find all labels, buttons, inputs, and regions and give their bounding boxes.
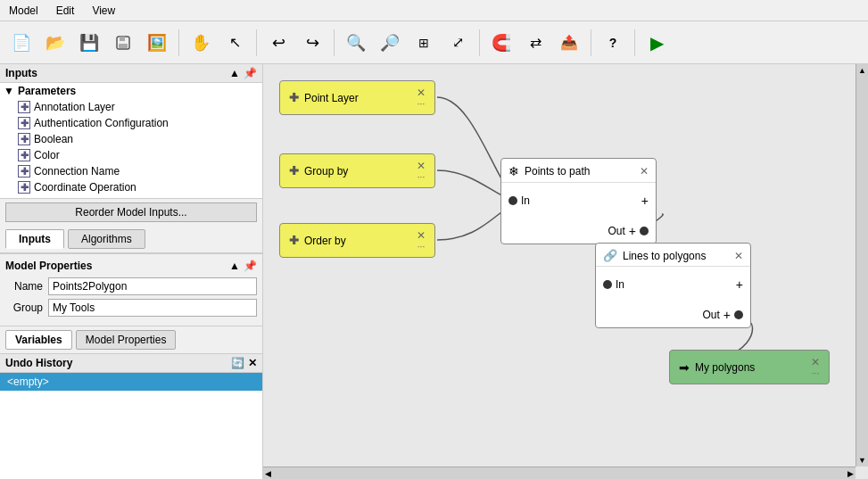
tree-parameters[interactable]: ▼ Parameters [0,83,262,99]
zoom-actual-button[interactable]: ⊞ [408,27,440,59]
node-point-layer-icon: ✚ [289,91,299,104]
name-input[interactable] [48,277,257,295]
zoom-fit-button[interactable]: ⤢ [442,27,474,59]
tree-item-connection[interactable]: ✚ Connection Name [0,163,262,179]
node-point-layer[interactable]: ✚ Point Layer ✕ ··· [279,80,435,115]
lines-to-polygons-in-port[interactable] [603,280,612,289]
pan-button[interactable]: ✋ [185,27,217,59]
tree-item-boolean[interactable]: ✚ Boolean [0,131,262,147]
points-to-path-in-row: In + [501,188,656,213]
export-image-button[interactable]: 🖼️ [141,27,173,59]
undo-title: Undo History [5,357,72,369]
zoom-out-button[interactable]: 🔎 [374,27,406,59]
node-point-layer-right: ✕ ··· [417,87,426,109]
lines-to-polygons-out-port[interactable] [734,310,743,319]
node-order-by-label: Order by [304,235,346,247]
lines-to-polygons-out-port-plus[interactable]: + [723,308,731,322]
canvas-area[interactable]: ✚ Point Layer ✕ ··· ✚ Group by ✕ ··· ✚ O [263,64,868,479]
plus-icon-3: ✚ [18,133,30,145]
new-button[interactable]: 📄 [5,27,37,59]
node-group-by-dots[interactable]: ··· [417,172,425,182]
canvas-hscroll[interactable]: ◀ ▶ [263,467,856,479]
redo-button[interactable]: ↪ [296,27,328,59]
undo-refresh-icon[interactable]: 🔄 [231,357,244,369]
tree-item-label: Connection Name [34,165,120,178]
node-group-by-close[interactable]: ✕ [417,160,426,172]
node-point-layer-close[interactable]: ✕ [417,87,426,99]
group-row: Group [5,299,257,317]
tree-item-label: Coordinate Operation [34,181,136,194]
run-button[interactable]: ▶ [641,27,673,59]
inputs-pin-icon[interactable]: 📌 [244,67,257,79]
inputs-collapse-icon[interactable]: ▲ [229,67,240,79]
vscroll-down-arrow[interactable]: ▼ [856,454,868,467]
export2-button[interactable]: 📤 [553,27,585,59]
tree-item-label: Boolean [34,133,73,145]
tree-item-color[interactable]: ✚ Color [0,147,262,163]
node-my-polygons-close[interactable]: ✕ [811,356,820,368]
node-lines-to-polygons[interactable]: 🔗 Lines to polygons ✕ In + Out + [595,243,751,328]
toggle-button[interactable]: ⇄ [519,27,551,59]
save-button[interactable]: 💾 [73,27,105,59]
undo-close-icon[interactable]: ✕ [248,357,257,369]
points-to-path-in-port[interactable] [508,196,517,205]
node-my-polygons[interactable]: ➡ My polygons ✕ ··· [669,350,830,384]
node-order-by-close[interactable]: ✕ [417,229,426,242]
node-group-by-header: ✚ Group by [289,164,411,178]
model-props-collapse-icon[interactable]: ▲ [229,260,240,272]
points-to-path-label: Points to path [525,165,590,178]
node-point-layer-dots[interactable]: ··· [417,99,425,109]
tab-model-properties[interactable]: Model Properties [76,330,177,350]
connections-svg [263,64,868,479]
node-my-polygons-dots[interactable]: ··· [812,368,819,378]
help-button[interactable]: ? [597,27,629,59]
reorder-inputs-button[interactable]: Reorder Model Inputs... [5,202,257,222]
menu-view[interactable]: View [88,3,119,19]
tree-item-label: Color [34,149,60,161]
tab-inputs[interactable]: Inputs [5,229,64,249]
group-input[interactable] [48,299,257,317]
node-group-by[interactable]: ✚ Group by ✕ ··· [279,153,435,188]
zoom-in-button[interactable]: 🔍 [340,27,372,59]
hscroll-right-arrow[interactable]: ▶ [846,467,856,480]
undo-section: Undo History 🔄 ✕ <empty> [0,354,262,479]
tree-area[interactable]: ▼ Parameters ✚ Annotation Layer ✚ Authen… [0,83,262,199]
group-label: Group [5,301,43,314]
model-props-pin-icon[interactable]: 📌 [244,260,257,272]
hscroll-left-arrow[interactable]: ◀ [263,467,273,480]
points-to-path-close[interactable]: ✕ [640,165,649,178]
select-button[interactable]: ↖ [219,27,251,59]
plus-icon-5: ✚ [18,165,30,178]
undo-button[interactable]: ↩ [262,27,294,59]
lines-to-polygons-title-row: 🔗 Lines to polygons ✕ [596,244,750,267]
canvas-vscroll[interactable]: ▲ ▼ [856,64,868,467]
tab-algorithms[interactable]: Algorithms [68,229,145,249]
points-to-path-add-port[interactable]: + [641,194,649,208]
menu-edit[interactable]: Edit [53,3,79,19]
undo-list[interactable]: <empty> [0,373,262,479]
undo-header: Undo History 🔄 ✕ [0,354,262,373]
model-properties-section: Model Properties ▲ 📌 Name Group [0,254,262,326]
points-to-path-in-label: In [521,194,530,207]
lines-to-polygons-add-port[interactable]: + [736,277,743,292]
node-points-to-path[interactable]: ❄ Points to path ✕ In + Out + [500,158,657,244]
vscroll-up-arrow[interactable]: ▲ [856,64,868,77]
points-to-path-out-port-plus[interactable]: + [629,224,636,238]
tab-variables[interactable]: Variables [5,330,72,350]
save-as-button[interactable] [107,27,139,59]
snap-button[interactable]: 🧲 [485,27,517,59]
node-group-by-icon: ✚ [289,164,299,178]
tree-item-annotation[interactable]: ✚ Annotation Layer [0,99,262,115]
inputs-header: Inputs ▲ 📌 [0,64,262,83]
points-to-path-out-port[interactable] [640,227,649,235]
tree-item-authentication[interactable]: ✚ Authentication Configuration [0,115,262,131]
node-order-by-dots[interactable]: ··· [417,242,425,252]
lines-to-polygons-close[interactable]: ✕ [734,250,743,262]
open-button[interactable]: 📂 [39,27,71,59]
undo-item-empty[interactable]: <empty> [0,373,262,391]
menu-model[interactable]: Model [5,3,42,19]
node-my-polygons-right: ✕ ··· [811,356,820,378]
snowflake-icon: ❄ [508,164,519,178]
node-order-by[interactable]: ✚ Order by ✕ ··· [279,223,435,258]
tree-item-coordinate[interactable]: ✚ Coordinate Operation [0,179,262,195]
